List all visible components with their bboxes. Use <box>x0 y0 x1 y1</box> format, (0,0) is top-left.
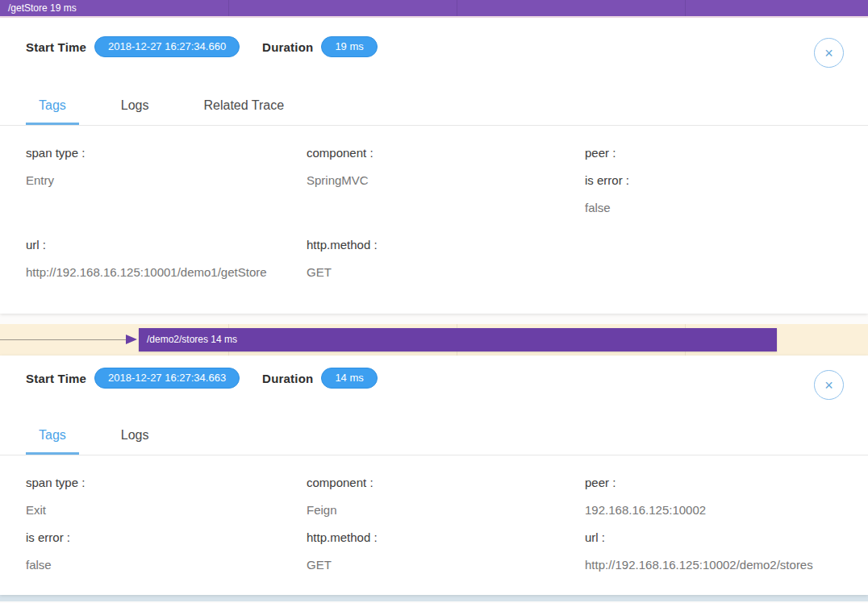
field-label: http.method : <box>307 524 585 551</box>
field-component: component : Feign <box>307 469 585 524</box>
field-http-method: http.method : GET <box>307 524 585 579</box>
timeline-gridline <box>685 0 686 16</box>
tab-related-trace[interactable]: Related Trace <box>191 96 298 125</box>
trace-timeline-band: /demo2/stores 14 ms <box>0 324 868 356</box>
tab-logs[interactable]: Logs <box>108 426 162 455</box>
timeline-gridline <box>457 0 457 16</box>
detail-tabs: Tags Logs Related Trace <box>0 96 868 126</box>
field-span-type: span type : Exit <box>26 469 307 524</box>
field-label: peer : <box>585 469 868 497</box>
trace-span-label: /getStore 19 ms <box>0 0 77 17</box>
field-label: component : <box>307 139 585 167</box>
field-span-type: span type : Entry <box>26 139 307 222</box>
field-value: http://192.168.16.125:10001/demo1/getSto… <box>26 259 307 286</box>
close-icon: × <box>824 377 833 393</box>
field-label: is error : <box>26 524 307 551</box>
field-peer: peer : 192.168.16.125:10002 <box>585 469 868 524</box>
span-detail-panel-getstore: Start Time 2018-12-27 16:27:34.660 Durat… <box>0 18 868 314</box>
start-time-badge: 2018-12-27 16:27:34.663 <box>94 368 240 389</box>
start-time-label: Start Time <box>26 40 86 54</box>
trace-detail-screen: /getStore 19 ms Start Time 2018-12-27 16… <box>0 0 868 603</box>
field-label: span type : <box>26 139 307 167</box>
field-http-method: http.method : GET <box>307 231 585 286</box>
field-label: url : <box>26 231 307 259</box>
start-time-label: Start Time <box>26 372 86 385</box>
field-label: is error : <box>585 167 868 194</box>
field-label: component : <box>307 469 585 497</box>
duration-label: Duration <box>262 372 313 385</box>
duration-label: Duration <box>262 40 313 54</box>
field-is-error: is error : false <box>26 524 307 579</box>
field-label: url : <box>585 524 868 551</box>
tab-logs[interactable]: Logs <box>108 96 162 125</box>
span-link-line <box>0 339 127 340</box>
tab-tags[interactable]: Tags <box>26 426 79 455</box>
field-peer-and-is-error: peer : is error : false <box>585 139 868 222</box>
field-label: http.method : <box>307 231 585 259</box>
trace-span-bar-getstore[interactable]: /getStore 19 ms <box>0 0 868 18</box>
field-url: url : http://192.168.16.125:10002/demo2/… <box>585 524 868 579</box>
field-url: url : http://192.168.16.125:10001/demo1/… <box>26 231 307 286</box>
field-value: 192.168.16.125:10002 <box>585 497 868 524</box>
span-detail-header: Start Time 2018-12-27 16:27:34.660 Durat… <box>0 18 868 59</box>
field-value: Feign <box>307 497 585 524</box>
field-value: Entry <box>26 167 307 194</box>
start-time-badge: 2018-12-27 16:27:34.660 <box>94 36 240 57</box>
close-button[interactable]: × <box>814 38 844 68</box>
field-value: false <box>26 551 307 579</box>
field-value: Exit <box>26 497 307 524</box>
field-empty <box>585 231 868 286</box>
span-detail-header: Start Time 2018-12-27 16:27:34.663 Durat… <box>0 356 868 390</box>
panel-gap <box>0 314 868 324</box>
field-component: component : SpringMVC <box>307 139 585 222</box>
span-detail-panel-demo2-stores: Start Time 2018-12-27 16:27:34.663 Durat… <box>0 356 868 595</box>
timeline-gridline <box>228 0 229 16</box>
trace-span-bar-demo2-stores[interactable]: /demo2/stores 14 ms <box>139 328 777 351</box>
close-button[interactable]: × <box>814 370 844 400</box>
field-value: http://192.168.16.125:10002/demo2/stores <box>585 551 868 579</box>
field-label: span type : <box>26 469 307 497</box>
field-label: peer : <box>585 139 868 167</box>
bottom-strip <box>0 595 868 601</box>
field-value: SpringMVC <box>307 167 585 194</box>
span-link-arrow-icon <box>126 335 137 344</box>
field-value: GET <box>307 551 585 579</box>
tags-grid: span type : Exit component : Feign peer … <box>0 455 868 579</box>
trace-span-label: /demo2/stores 14 ms <box>139 328 237 351</box>
tab-tags[interactable]: Tags <box>26 96 79 125</box>
detail-tabs: Tags Logs <box>0 426 868 455</box>
duration-badge: 14 ms <box>321 368 377 389</box>
field-value: GET <box>307 259 585 286</box>
duration-badge: 19 ms <box>321 36 377 57</box>
close-icon: × <box>824 45 833 61</box>
tags-grid: span type : Entry component : SpringMVC … <box>0 126 868 286</box>
field-value: false <box>585 194 868 222</box>
